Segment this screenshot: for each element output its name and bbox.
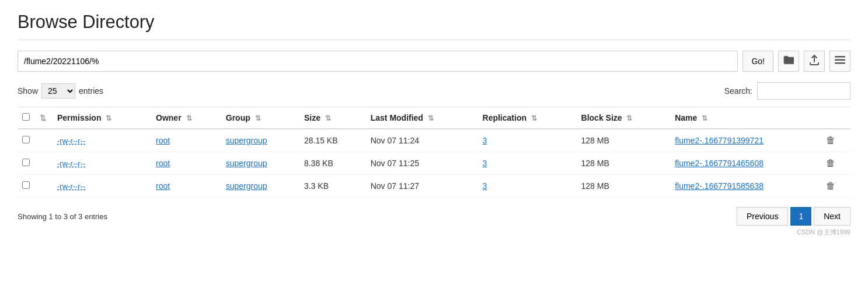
svg-rect-2 — [835, 62, 845, 64]
row-block-size: 128 MB — [577, 152, 671, 175]
row-group: supergroup — [221, 152, 299, 175]
header-sort-all[interactable]: ⇅ — [35, 107, 53, 129]
row-group: supergroup — [221, 129, 299, 152]
go-button[interactable]: Go! — [742, 51, 773, 72]
row-group: supergroup — [221, 175, 299, 198]
header-size[interactable]: Size ⇅ — [299, 107, 366, 129]
group-link[interactable]: supergroup — [226, 136, 267, 145]
folder-icon — [783, 55, 794, 67]
row-replication: 3 — [478, 129, 577, 152]
list-icon-button[interactable] — [829, 51, 850, 72]
next-button[interactable]: Next — [814, 207, 850, 226]
table-row: -rw-r--r-- root supergroup 28.15 KB Nov … — [18, 129, 850, 152]
row-checkbox[interactable] — [22, 181, 30, 189]
row-index-cell — [35, 152, 53, 175]
showing-text: Showing 1 to 3 of 3 entries — [18, 212, 107, 221]
delete-icon[interactable]: 🗑 — [826, 158, 835, 168]
sort-name-icon: ⇅ — [702, 114, 707, 122]
row-delete-cell: 🗑 — [821, 175, 850, 198]
permission-link[interactable]: -rw-r--r-- — [57, 182, 85, 191]
owner-link[interactable]: root — [156, 181, 170, 191]
sort-owner-icon: ⇅ — [186, 114, 192, 122]
entries-select[interactable]: 10 25 50 100 — [41, 83, 75, 99]
header-owner[interactable]: Owner ⇅ — [151, 107, 221, 129]
header-permission[interactable]: Permission ⇅ — [53, 107, 151, 129]
owner-link[interactable]: root — [156, 136, 170, 145]
owner-link[interactable]: root — [156, 159, 170, 168]
row-last-modified: Nov 07 11:25 — [366, 152, 478, 175]
row-delete-cell: 🗑 — [821, 129, 850, 152]
group-link[interactable]: supergroup — [226, 181, 267, 191]
search-input[interactable] — [757, 82, 850, 100]
row-owner: root — [151, 175, 221, 198]
replication-link[interactable]: 3 — [483, 136, 487, 145]
sort-lastmod-icon: ⇅ — [428, 114, 434, 122]
toolbar: Go! — [18, 51, 850, 72]
header-check — [18, 107, 35, 129]
row-name: flume2-.1667791465608 — [670, 152, 821, 175]
row-delete-cell: 🗑 — [821, 152, 850, 175]
table-row: -rw-r--r-- root supergroup 8.38 KB Nov 0… — [18, 152, 850, 175]
sort-permission-icon: ⇅ — [106, 114, 111, 122]
header-name[interactable]: Name ⇅ — [670, 107, 821, 129]
sort-group-icon: ⇅ — [255, 114, 261, 122]
upload-icon-button[interactable] — [804, 51, 825, 72]
row-index-cell — [35, 129, 53, 152]
row-checkbox-cell — [18, 152, 35, 175]
svg-rect-1 — [835, 59, 845, 61]
select-all-checkbox[interactable] — [22, 113, 30, 121]
sort-replication-icon: ⇅ — [531, 114, 537, 122]
row-replication: 3 — [478, 175, 577, 198]
replication-link[interactable]: 3 — [483, 181, 487, 191]
permission-link[interactable]: -rw-r--r-- — [57, 136, 85, 145]
row-block-size: 128 MB — [577, 175, 671, 198]
entries-label: entries — [79, 86, 103, 96]
delete-icon[interactable]: 🗑 — [826, 181, 835, 191]
header-group[interactable]: Group ⇅ — [221, 107, 299, 129]
svg-rect-0 — [835, 56, 845, 58]
header-block-size[interactable]: Block Size ⇅ — [577, 107, 671, 129]
show-entries-control: Show 10 25 50 100 entries — [18, 83, 103, 99]
files-table: ⇅ Permission ⇅ Owner ⇅ Group ⇅ Size ⇅ La… — [18, 107, 850, 198]
row-permission: -rw-r--r-- — [53, 129, 151, 152]
sort-blocksize-icon: ⇅ — [626, 114, 632, 122]
name-link[interactable]: flume2-.1667791465608 — [675, 159, 764, 168]
table-body: -rw-r--r-- root supergroup 28.15 KB Nov … — [18, 129, 850, 198]
row-block-size: 128 MB — [577, 129, 671, 152]
row-owner: root — [151, 129, 221, 152]
watermark: CSDN @王博1999 — [18, 228, 850, 237]
row-last-modified: Nov 07 11:24 — [366, 129, 478, 152]
folder-icon-button[interactable] — [778, 51, 799, 72]
row-checkbox-cell — [18, 129, 35, 152]
pagination: Previous 1 Next — [737, 207, 850, 226]
show-label: Show — [18, 86, 38, 96]
page-title: Browse Directory — [18, 12, 850, 40]
search-label: Search: — [724, 86, 752, 96]
delete-icon[interactable]: 🗑 — [826, 135, 835, 145]
name-link[interactable]: flume2-.1667791585638 — [675, 181, 764, 191]
row-size: 8.38 KB — [299, 152, 366, 175]
permission-link[interactable]: -rw-r--r-- — [57, 159, 85, 168]
row-checkbox[interactable] — [22, 136, 30, 143]
row-checkbox-cell — [18, 175, 35, 198]
row-last-modified: Nov 07 11:27 — [366, 175, 478, 198]
row-checkbox[interactable] — [22, 159, 30, 166]
header-last-modified[interactable]: Last Modified ⇅ — [366, 107, 478, 129]
name-link[interactable]: flume2-.1667791399721 — [675, 136, 764, 145]
table-controls: Show 10 25 50 100 entries Search: — [18, 82, 850, 100]
row-permission: -rw-r--r-- — [53, 152, 151, 175]
row-size: 28.15 KB — [299, 129, 366, 152]
footer: Showing 1 to 3 of 3 entries Previous 1 N… — [18, 207, 850, 226]
search-box: Search: — [724, 82, 850, 100]
row-replication: 3 — [478, 152, 577, 175]
replication-link[interactable]: 3 — [483, 159, 487, 168]
row-owner: root — [151, 152, 221, 175]
previous-button[interactable]: Previous — [737, 207, 788, 226]
group-link[interactable]: supergroup — [226, 159, 267, 168]
row-index-cell — [35, 175, 53, 198]
sort-size-icon: ⇅ — [325, 114, 331, 122]
upload-icon — [810, 55, 819, 68]
header-replication[interactable]: Replication ⇅ — [478, 107, 577, 129]
path-input[interactable] — [18, 51, 738, 72]
row-permission: -rw-r--r-- — [53, 175, 151, 198]
